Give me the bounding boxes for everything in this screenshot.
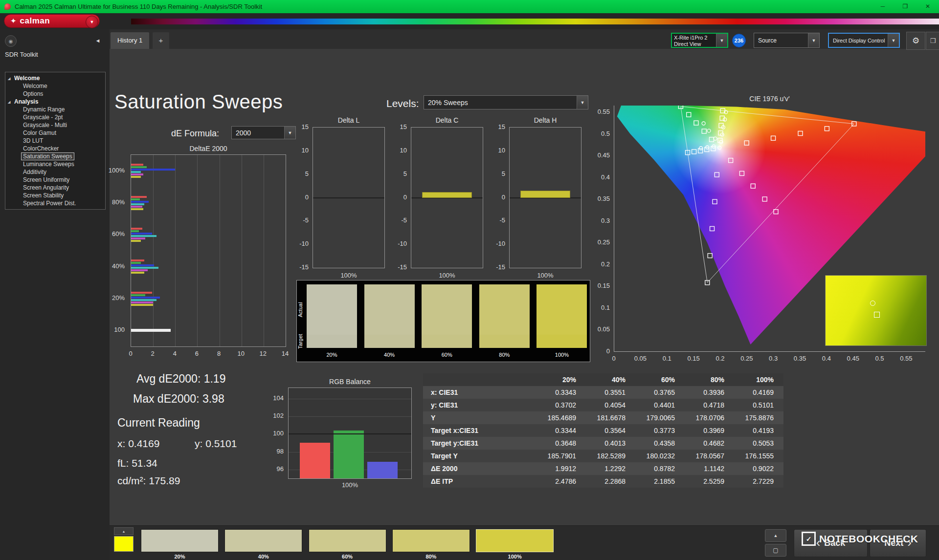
gridline [175,155,176,346]
deltae-bar-blue [131,169,175,171]
sidebar-tree: ◢WelcomeWelcomeOptions◢AnalysisDynamic R… [5,72,106,210]
table-cell: 0.5101 [734,399,783,411]
sidebar-item-3d-lut[interactable]: 3D LUT [5,137,105,145]
logo-row: ✦ calman ▼ [0,13,939,29]
table-cell: 2.1855 [635,475,685,488]
display-control-dropdown[interactable]: Direct Display Control ▼ [828,33,900,48]
sidebar-item-label: Screen Uniformity [23,176,69,183]
table-cell: 0.3564 [586,424,635,437]
target-marker [771,136,776,140]
sidebar-item-screen-uniformity[interactable]: Screen Uniformity [5,176,105,184]
patch-40[interactable] [224,529,302,552]
meter-labels: X-Rite i1Pro 2 Direct View [672,34,716,47]
patch-60[interactable] [309,529,386,552]
patch-100[interactable] [476,529,554,552]
table-cell: 0.3344 [537,424,586,437]
sidebar-item-additivity[interactable]: Additivity [5,168,105,176]
tree-section-label: Welcome [14,75,40,82]
row-label: Target x:CIE31 [423,424,537,437]
sidebar-item-dynamic-range[interactable]: Dynamic Range [5,106,105,113]
table-row: x: CIE310.33430.35510.37650.39360.4169 [423,386,783,399]
delta-c-x-label: 100% [411,272,483,279]
sidebar-item-welcome[interactable]: Welcome [5,82,105,90]
sidebar-item-screen-angularity[interactable]: Screen Angularity [5,184,105,192]
deltae-bar-white [131,329,171,332]
deltae-bar-yellow [131,272,144,274]
sidebar-item-color-gamut[interactable]: Color Gamut [5,129,105,137]
table-cell: 0.4718 [685,399,734,411]
deltae-y-axis: 100%80%60%40%20%100 [100,154,128,347]
tree-section-analysis[interactable]: ◢Analysis [5,98,105,106]
axis-tick-label: 15 [492,123,505,131]
patch-80[interactable] [392,529,470,552]
rgb-bar-blue [367,462,398,478]
sidebar-item-label: Saturation Sweeps [21,152,74,160]
calman-logo-button[interactable]: ✦ calman ▼ [4,14,100,28]
measurement-marker [707,129,711,132]
meter-dropdown[interactable]: X-Rite i1Pro 2 Direct View ▼ [671,33,728,48]
axis-tick-label: 100 [269,430,284,437]
sidebar-options-button[interactable]: ◉ [5,35,17,47]
settings-button[interactable]: ⚙ [906,32,925,50]
next-button[interactable]: Next › [870,529,926,557]
row-label: Target y:CIE31 [423,437,537,450]
source-label: Source [754,33,808,47]
chevron-down-icon: ▼ [577,96,588,109]
table-row: Target y:CIE310.36480.40130.43580.46820.… [423,437,783,450]
zero-line [313,197,384,198]
close-button[interactable]: ✕ [917,0,939,13]
eject-icon: ▲ [774,533,778,538]
tab-history-1[interactable]: History 1 [111,32,149,49]
levels-dropdown[interactable]: 20% Sweeps ▼ [424,95,588,109]
measurement-marker [720,133,724,136]
spectrum-strip [131,19,939,24]
patch-label: 20% [141,554,219,560]
axis-tick-label: 0.4 [818,355,835,363]
sidebar-item-options[interactable]: Options [5,90,105,98]
rgb-bar-green [334,431,364,478]
back-button[interactable]: ‹ Back [794,529,868,557]
sidebar-item-label: Grayscale - Multi [23,122,67,129]
sidebar-item-spectral-power-dist[interactable]: Spectral Power Dist. [5,199,105,207]
rgb-balance-plot [288,388,412,479]
sidebar-item-screen-stability[interactable]: Screen Stability [5,192,105,199]
swatch-strip: Actual Target 20%40%60%80%100% [296,280,590,362]
delta-h-y-axis: 151050-5-10-15 [492,127,507,268]
sidebar-item-label: Spectral Power Dist. [23,200,76,207]
sidebar-item-colorchecker[interactable]: ColorChecker [5,145,105,152]
deltae-bar-cyan [131,235,156,237]
maximize-button[interactable]: ❐ [894,0,917,13]
target-marker [751,184,755,188]
deltae-bar-green [131,294,145,296]
tree-expander-icon: ◢ [8,75,10,83]
gridline [197,155,198,346]
add-tab-button[interactable]: + [153,32,169,49]
axis-tick-label: 4 [170,350,179,358]
axis-tick-label: 0.35 [593,195,610,203]
table-cell: 182.5289 [586,450,635,462]
axis-tick-label: 10 [492,147,505,154]
target-marker [711,147,715,151]
source-dropdown[interactable]: Source ▼ [754,33,820,48]
reading-cdm2: cd/m²: 175.89 [117,475,180,487]
sidebar-item-luminance-sweeps[interactable]: Luminance Sweeps [5,160,105,168]
row-label: Y [423,411,537,424]
patch-label: 100% [476,554,554,560]
patch-20[interactable] [141,529,219,552]
eject-button[interactable]: ▲ [765,529,786,542]
sidebar-collapse-button[interactable]: ◄ [92,35,104,46]
axis-tick-label: -5 [394,216,407,224]
target-marker [687,112,691,117]
minimize-button[interactable]: ─ [872,0,894,13]
logo-dropdown-button[interactable]: ▼ [86,16,98,28]
table-cell: 0.9022 [734,462,783,475]
sidebar-item-grayscale-2pt[interactable]: Grayscale - 2pt [5,113,105,121]
stop-button[interactable]: ▢ [765,544,786,557]
sidebar-item-saturation-sweeps[interactable]: Saturation Sweeps [5,152,105,160]
axis-tick-label: 0.2 [711,355,729,363]
de-formula-dropdown[interactable]: 2000 ▼ [231,126,296,139]
tree-section-welcome[interactable]: ◢Welcome [5,74,105,82]
axis-tick-label: 0.2 [593,260,610,268]
sidebar-item-grayscale-multi[interactable]: Grayscale - Multi [5,121,105,129]
panel-toggle-button[interactable]: ❒ [926,32,939,50]
